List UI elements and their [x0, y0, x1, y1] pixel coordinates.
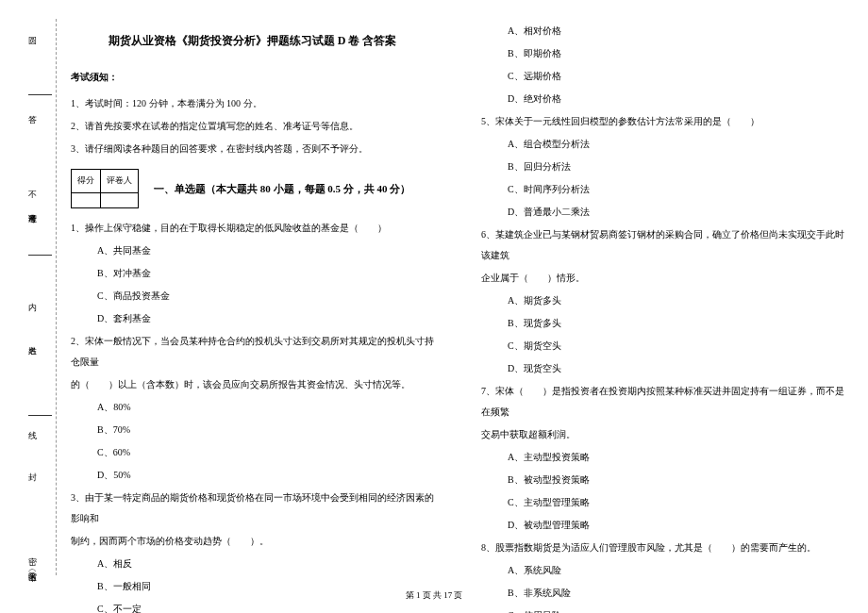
question-stem: 企业属于（ ）情形。 — [481, 268, 844, 289]
option: A、80% — [71, 397, 434, 418]
option: A、组合模型分析法 — [481, 134, 844, 155]
column-right: A、相对价格 B、即期价格 C、远期价格 D、绝对价格 5、宋体关于一元线性回归… — [467, 19, 859, 575]
option: C、不一定 — [71, 599, 434, 613]
question-stem: 的（ ）以上（含本数）时，该会员应向交易所报告其资金情况、头寸情况等。 — [71, 374, 434, 395]
option: C、远期价格 — [481, 66, 844, 87]
option: A、系统风险 — [481, 560, 844, 581]
notice-item: 1、考试时间：120 分钟，本卷满分为 100 分。 — [71, 93, 434, 114]
margin-underline — [28, 255, 52, 256]
option: D、绝对价格 — [481, 89, 844, 109]
notice-item: 3、请仔细阅读各种题目的回答要求，在密封线内答题，否则不予评分。 — [71, 139, 434, 159]
question-stem: 5、宋体关于一元线性回归模型的参数估计方法常采用的是（ ） — [481, 111, 844, 132]
score-cell-empty — [72, 193, 101, 208]
score-cell-empty — [101, 193, 139, 208]
option: D、50% — [71, 465, 434, 486]
option: A、共同基金 — [71, 240, 434, 261]
paper-title: 期货从业资格《期货投资分析》押题练习试题 D 卷 含答案 — [71, 28, 434, 53]
option: A、相反 — [71, 554, 434, 574]
question-stem: 7、宋体（ ）是指投资者在投资期内按照某种标准买进并固定持有一组证券，而不是在频… — [481, 381, 844, 422]
option: B、对冲基金 — [71, 263, 434, 284]
option: D、普通最小二乘法 — [481, 202, 844, 223]
page-container: 圆 答 准考证号 不 姓名 内 线 封 省（市区） 密 期货从业资格《期货投资分… — [0, 0, 868, 585]
margin-cut: 内 — [28, 302, 37, 314]
option: D、套利基金 — [71, 308, 434, 329]
option: B、回归分析法 — [481, 157, 844, 177]
question-stem: 制约，因而两个市场的价格变动趋势（ ）。 — [71, 531, 434, 552]
score-cell: 评卷人 — [101, 170, 139, 193]
score-cell: 得分 — [72, 170, 101, 193]
option: C、主动型管理策略 — [481, 492, 844, 513]
option: C、期货空头 — [481, 336, 844, 356]
option: B、一般相同 — [71, 576, 434, 597]
question-stem: 3、由于某一特定商品的期货价格和现货价格在同一市场环境中会受到相同的经济因素的影… — [71, 488, 434, 529]
option: B、70% — [71, 420, 434, 440]
option: C、时间序列分析法 — [481, 179, 844, 200]
margin-cut: 封 — [28, 472, 37, 484]
option: B、被动型投资策略 — [481, 470, 844, 490]
option: B、非系统风险 — [481, 583, 844, 604]
option: B、即期价格 — [481, 43, 844, 64]
content-area: 期货从业资格《期货投资分析》押题练习试题 D 卷 含答案 考试须知： 1、考试时… — [57, 19, 859, 575]
binding-margin: 圆 答 准考证号 不 姓名 内 线 封 省（市区） 密 — [9, 19, 57, 575]
option: A、期货多头 — [481, 290, 844, 311]
score-table: 得分 评卷人 — [71, 169, 139, 208]
question-stem: 1、操作上保守稳健，目的在于取得长期稳定的低风险收益的基金是（ ） — [71, 218, 434, 239]
question-stem: 交易中获取超额利润。 — [481, 424, 844, 445]
margin-underline — [28, 415, 52, 416]
option: C、60% — [71, 442, 434, 463]
option: D、被动型管理策略 — [481, 515, 844, 536]
option: D、现货空头 — [481, 358, 844, 379]
option: C、商品投资基金 — [71, 286, 434, 306]
option: C、信用风险 — [481, 605, 844, 613]
notice-heading: 考试须知： — [71, 67, 434, 88]
option: B、现货多头 — [481, 313, 844, 334]
margin-underline — [28, 94, 52, 95]
question-stem: 8、股票指数期货是为适应人们管理股市风险，尤其是（ ）的需要而产生的。 — [481, 538, 844, 558]
option: A、相对价格 — [481, 21, 844, 41]
notice-item: 2、请首先按要求在试卷的指定位置填写您的姓名、准考证号等信息。 — [71, 116, 434, 137]
score-row: 得分 评卷人 一、单选题（本大题共 80 小题，每题 0.5 分，共 40 分） — [71, 169, 434, 208]
option: A、主动型投资策略 — [481, 447, 844, 468]
question-stem: 6、某建筑企业已与某钢材贸易商签订钢材的采购合同，确立了价格但尚未实现交手此时该… — [481, 224, 844, 266]
section-heading: 一、单选题（本大题共 80 小题，每题 0.5 分，共 40 分） — [154, 177, 410, 200]
question-stem: 2、宋体一般情况下，当会员某种持仓合约的投机头寸达到交易所对其规定的投机头寸持仓… — [71, 331, 434, 373]
column-left: 期货从业资格《期货投资分析》押题练习试题 D 卷 含答案 考试须知： 1、考试时… — [57, 19, 448, 575]
margin-cut: 不 — [28, 189, 37, 201]
margin-cut: 密 — [28, 556, 37, 569]
